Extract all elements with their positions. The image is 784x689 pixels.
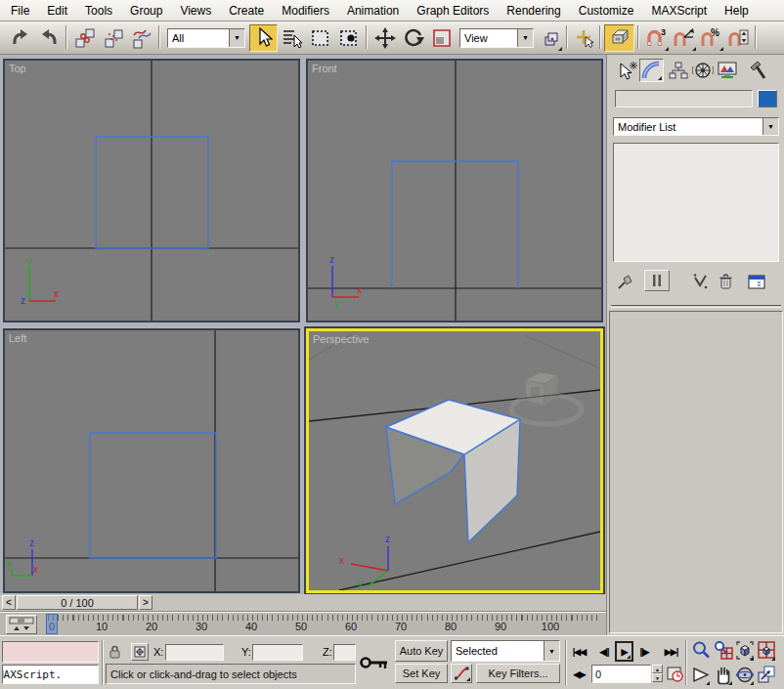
open-mini-curve-editor-button[interactable] — [6, 615, 37, 634]
y-coordinate-input[interactable] — [252, 644, 303, 661]
viewport-perspective-canvas[interactable]: z x y — [309, 331, 600, 590]
tab-utilities[interactable] — [746, 59, 770, 82]
spinner-snap-toggle-button[interactable] — [724, 24, 752, 52]
frame-spinner[interactable]: ▲ ▼ — [652, 665, 663, 683]
bind-to-space-warp-button[interactable] — [127, 24, 155, 52]
make-unique-button[interactable] — [689, 272, 711, 291]
auto-key-button[interactable]: Auto Key — [395, 640, 448, 662]
select-and-move-button[interactable] — [370, 24, 399, 52]
menu-item-maxscript[interactable]: MAXScript — [642, 1, 716, 21]
set-keys-button[interactable] — [358, 639, 391, 685]
menu-item-graph-editors[interactable]: Graph Editors — [408, 1, 498, 21]
tab-create[interactable] — [615, 59, 639, 82]
keyboard-shortcut-override-button[interactable] — [604, 24, 634, 52]
show-end-result-button[interactable] — [644, 270, 670, 291]
modifier-list-dropdown[interactable]: Modifier List ▼ — [613, 117, 779, 136]
menu-item-file[interactable]: File — [2, 1, 38, 21]
select-object-button[interactable] — [249, 24, 278, 52]
zoom-all-button[interactable] — [713, 639, 733, 662]
key-mode-dropdown[interactable]: Selected ▼ — [451, 640, 560, 662]
current-frame-marker[interactable] — [46, 614, 58, 634]
rectangular-selection-region-button[interactable] — [306, 24, 334, 52]
menu-item-views[interactable]: Views — [171, 1, 220, 21]
track-bar[interactable]: 0102030405060708090100 — [0, 612, 606, 635]
reference-coordinate-dropdown[interactable]: View ▼ — [459, 28, 534, 48]
configure-modifier-sets-button[interactable] — [744, 272, 769, 291]
key-mode-toggle-button[interactable]: ◀▶ — [569, 665, 589, 683]
arc-rotate-button[interactable] — [734, 664, 755, 686]
dropdown-arrow-icon[interactable]: ▼ — [762, 118, 778, 135]
viewport-top-canvas[interactable]: y z x — [5, 61, 298, 321]
x-coordinate-input[interactable] — [165, 644, 224, 661]
table-wireframe-left-view[interactable] — [90, 433, 216, 558]
key-filters-button[interactable]: Key Filters... — [476, 664, 560, 683]
dropdown-arrow-icon[interactable]: ▼ — [544, 641, 559, 661]
menu-item-group[interactable]: Group — [121, 1, 171, 21]
time-configuration-button[interactable] — [666, 664, 684, 683]
zoom-extents-button[interactable] — [734, 639, 755, 662]
redo-button[interactable] — [34, 24, 63, 52]
absolute-mode-transform-toggle[interactable] — [131, 643, 149, 661]
dropdown-arrow-icon[interactable]: ▼ — [517, 29, 533, 47]
menu-item-tools[interactable]: Tools — [76, 1, 121, 21]
tab-motion[interactable] — [690, 59, 715, 82]
percent-snap-toggle-button[interactable]: % — [697, 24, 724, 52]
angle-snap-toggle-button[interactable] — [670, 24, 697, 52]
time-slider-prev-button[interactable]: < — [2, 595, 16, 610]
zoom-extents-all-button[interactable] — [756, 639, 776, 662]
select-by-name-button[interactable] — [278, 24, 306, 52]
viewport-left[interactable]: Left z y x — [3, 328, 300, 593]
spinner-down-icon[interactable]: ▼ — [652, 673, 663, 682]
window-crossing-toggle-button[interactable] — [334, 24, 363, 52]
select-and-manipulate-button[interactable] — [571, 24, 596, 52]
field-of-view-button[interactable] — [690, 664, 711, 686]
selection-filter-dropdown[interactable]: All ▼ — [167, 28, 245, 48]
viewport-perspective[interactable]: Perspective — [306, 328, 603, 593]
go-to-end-button[interactable]: ▶▶| — [661, 642, 681, 662]
remove-modifier-button[interactable] — [715, 272, 736, 291]
tab-modify[interactable] — [639, 59, 664, 82]
object-name-field[interactable] — [615, 90, 753, 108]
previous-frame-button[interactable]: ◀|| — [595, 642, 613, 662]
min-max-toggle-button[interactable] — [756, 664, 776, 686]
default-tangent-button[interactable] — [451, 664, 472, 683]
snaps-toggle-button[interactable]: 3 — [642, 24, 670, 52]
viewport-left-canvas[interactable]: z y x — [5, 330, 298, 591]
spinner-up-icon[interactable]: ▲ — [652, 665, 663, 673]
menu-item-animation[interactable]: Animation — [338, 1, 408, 21]
dropdown-arrow-icon[interactable]: ▼ — [229, 29, 244, 47]
use-pivot-point-center-button[interactable] — [538, 24, 563, 52]
undo-button[interactable] — [6, 24, 34, 52]
time-slider-handle[interactable]: 0 / 100 — [17, 595, 138, 610]
menu-item-rendering[interactable]: Rendering — [498, 1, 569, 21]
viewport-top[interactable]: Top y z x — [3, 59, 300, 323]
viewport-front[interactable]: Front z y x — [306, 59, 603, 323]
zoom-button[interactable] — [690, 639, 711, 662]
selection-lock-toggle[interactable] — [107, 643, 123, 661]
go-to-start-button[interactable]: |◀◀ — [569, 642, 589, 662]
menu-item-edit[interactable]: Edit — [38, 1, 76, 21]
modifier-stack-list[interactable] — [613, 143, 779, 262]
menu-item-customize[interactable]: Customize — [570, 1, 643, 21]
table-object-selected[interactable] — [386, 400, 520, 542]
menu-item-create[interactable]: Create — [220, 1, 273, 21]
tab-display[interactable] — [715, 59, 739, 82]
maxscript-mini-listener-pink[interactable] — [2, 641, 99, 663]
select-and-link-button[interactable] — [70, 24, 99, 52]
pan-button[interactable] — [713, 664, 733, 686]
next-frame-button[interactable]: ||▶ — [635, 642, 653, 662]
set-key-button[interactable]: Set Key — [395, 664, 448, 683]
menu-item-help[interactable]: Help — [716, 1, 758, 21]
select-and-scale-button[interactable] — [427, 24, 456, 52]
tab-hierarchy[interactable] — [666, 59, 690, 82]
select-and-rotate-button[interactable] — [399, 24, 427, 52]
unlink-selection-button[interactable] — [99, 24, 127, 52]
z-coordinate-input[interactable] — [333, 644, 356, 661]
rollout-area[interactable] — [609, 311, 783, 633]
time-slider-next-button[interactable]: > — [139, 595, 152, 610]
play-button[interactable]: ▶ — [615, 641, 633, 662]
maxscript-mini-listener-input[interactable]: MAXScript. — [2, 665, 99, 684]
viewport-front-canvas[interactable]: z y x — [308, 61, 601, 321]
current-frame-field[interactable]: 0 — [591, 665, 651, 683]
object-color-swatch[interactable] — [758, 90, 777, 108]
